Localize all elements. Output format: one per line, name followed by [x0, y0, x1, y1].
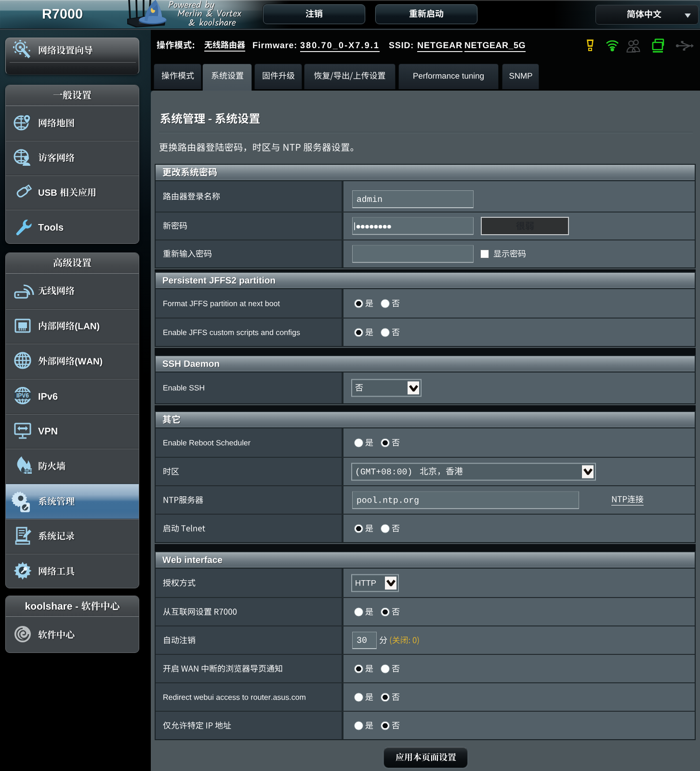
- svg-text:IPV6: IPV6: [16, 392, 29, 399]
